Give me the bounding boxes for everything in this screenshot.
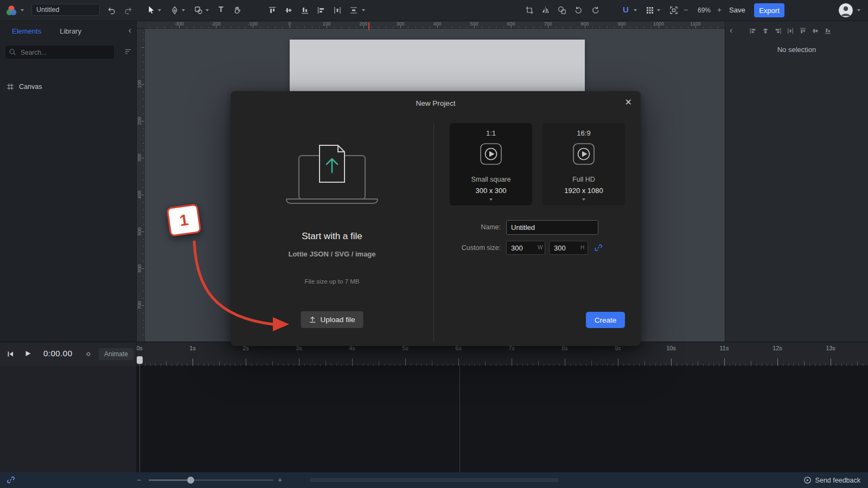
shape-tool-icon[interactable] xyxy=(194,6,203,15)
distribute-horizontal-icon[interactable] xyxy=(333,6,342,15)
timeline-tick xyxy=(804,361,805,366)
zoom-level[interactable]: 69% xyxy=(693,7,715,14)
select-tool-icon[interactable] xyxy=(146,5,155,14)
align-middle-icon[interactable] xyxy=(284,6,293,15)
rotate-ccw-icon[interactable] xyxy=(574,6,583,15)
plugin-logo-icon[interactable]: U xyxy=(623,5,629,14)
pen-tool-chevron-icon[interactable] xyxy=(182,9,185,11)
timeline-tick xyxy=(740,363,741,366)
h-ruler-tick xyxy=(437,25,438,28)
align-right-icon[interactable] xyxy=(774,27,782,35)
hand-tool-icon[interactable] xyxy=(233,6,241,15)
fit-screen-icon[interactable] xyxy=(669,6,678,15)
v-ruler-tick xyxy=(143,291,144,291)
v-ruler-tick xyxy=(143,62,144,62)
timeline-tick xyxy=(272,361,273,366)
align-left-icon[interactable] xyxy=(749,27,757,35)
send-feedback-button[interactable]: Send feedback xyxy=(803,476,860,484)
search-icon xyxy=(9,48,16,56)
align-bottom-icon[interactable] xyxy=(301,6,309,15)
zoom-out-button[interactable]: − xyxy=(684,6,688,14)
layer-item-canvas[interactable]: Canvas xyxy=(0,79,136,94)
animate-button[interactable]: Animate xyxy=(99,348,133,360)
redo-icon[interactable] xyxy=(124,6,132,15)
h-ruler-tick xyxy=(673,27,674,28)
timeline-tick xyxy=(517,363,518,366)
timeline-tick xyxy=(443,363,443,366)
layer-filter-icon[interactable] xyxy=(124,48,132,55)
timeline-zoom-slider[interactable] xyxy=(149,479,273,481)
timeline-tick xyxy=(458,358,459,366)
constrain-proportions-icon[interactable] xyxy=(594,243,603,252)
h-ruler-tick xyxy=(194,27,194,28)
align-bottom-icon[interactable] xyxy=(824,27,832,35)
keyframe-icon[interactable] xyxy=(85,351,92,357)
preset-name: Full HD xyxy=(542,176,625,183)
collapse-right-panel-icon[interactable]: ‹ xyxy=(730,25,732,35)
account-chevron-icon[interactable] xyxy=(857,9,860,11)
preset-full-hd[interactable]: 16:9 Full HD 1920 x 1080 xyxy=(542,123,625,206)
distribute-vertical-icon[interactable] xyxy=(349,6,358,15)
preset-chevron-icon[interactable] xyxy=(582,198,585,201)
file-name-input[interactable] xyxy=(31,4,100,16)
timeline-zoom-out-button[interactable]: − xyxy=(137,476,141,484)
tab-library[interactable]: Library xyxy=(60,27,81,35)
upload-file-button[interactable]: Upload file xyxy=(301,311,363,328)
flip-icon[interactable] xyxy=(541,6,550,15)
search-input[interactable] xyxy=(20,46,111,60)
v-ruler-tick xyxy=(142,158,144,158)
skip-to-start-icon[interactable] xyxy=(7,350,14,358)
pen-tool-icon[interactable] xyxy=(170,6,179,15)
project-name-input[interactable] xyxy=(506,220,598,235)
timeline-zoom-in-button[interactable]: + xyxy=(278,476,282,484)
zoom-in-button[interactable]: + xyxy=(717,6,722,14)
preset-chevron-icon[interactable] xyxy=(489,198,493,201)
text-tool-icon[interactable]: T xyxy=(219,5,224,14)
v-ruler-tick xyxy=(143,335,144,335)
save-button[interactable]: Save xyxy=(729,6,745,14)
align-left-icon[interactable] xyxy=(317,6,326,15)
mask-icon[interactable] xyxy=(558,6,566,15)
h-ruler-tick xyxy=(304,27,305,28)
preset-size: 300 x 300 xyxy=(450,187,532,195)
app-menu-chevron-icon[interactable] xyxy=(21,9,24,11)
rotate-cw-icon[interactable] xyxy=(591,6,600,15)
align-middle-vertical-icon[interactable] xyxy=(812,27,819,35)
crop-icon[interactable] xyxy=(525,6,534,15)
preset-small-square[interactable]: 1:1 Small square 300 x 300 xyxy=(450,123,532,206)
left-panel-tabs: Elements Library xyxy=(0,21,136,41)
collapse-left-panel-icon[interactable]: ‹ xyxy=(129,25,131,35)
export-button[interactable]: Export xyxy=(754,3,784,17)
shape-tool-chevron-icon[interactable] xyxy=(206,9,209,11)
grid-chevron-icon[interactable] xyxy=(657,9,660,11)
create-button[interactable]: Create xyxy=(586,312,625,328)
timeline-tick xyxy=(692,363,693,366)
slider-fill xyxy=(149,479,191,481)
align-top-icon[interactable] xyxy=(799,27,807,35)
v-ruler-tick xyxy=(142,84,144,85)
h-ruler-tick xyxy=(319,27,320,28)
avatar[interactable] xyxy=(839,3,853,17)
align-top-icon[interactable] xyxy=(268,6,277,15)
h-ruler-tick xyxy=(503,27,504,28)
grid-icon[interactable] xyxy=(646,6,654,15)
timeline-scrollbar[interactable] xyxy=(310,478,559,482)
align-chevron-icon[interactable] xyxy=(362,9,365,11)
upload-file-illustration xyxy=(316,144,348,183)
timeline-tick xyxy=(682,363,682,366)
timeline-second-label: 0s xyxy=(137,345,143,351)
share-link-icon[interactable] xyxy=(7,476,15,484)
align-center-horizontal-icon[interactable] xyxy=(762,27,769,35)
timeline-zoom-knob[interactable] xyxy=(187,477,194,484)
distribute-horizontal-icon[interactable] xyxy=(787,27,794,35)
h-ruler-tick xyxy=(467,27,467,28)
select-tool-chevron-icon[interactable] xyxy=(158,9,161,11)
plugin-chevron-icon[interactable] xyxy=(634,9,637,11)
playhead[interactable] xyxy=(137,356,143,364)
v-ruler-tick xyxy=(143,165,144,166)
tab-elements[interactable]: Elements xyxy=(12,27,41,35)
app-logo-icon[interactable] xyxy=(5,4,17,16)
play-icon[interactable] xyxy=(24,350,31,357)
undo-icon[interactable] xyxy=(107,6,116,15)
upload-formats: Lottie JSON / SVG / image xyxy=(231,250,433,258)
